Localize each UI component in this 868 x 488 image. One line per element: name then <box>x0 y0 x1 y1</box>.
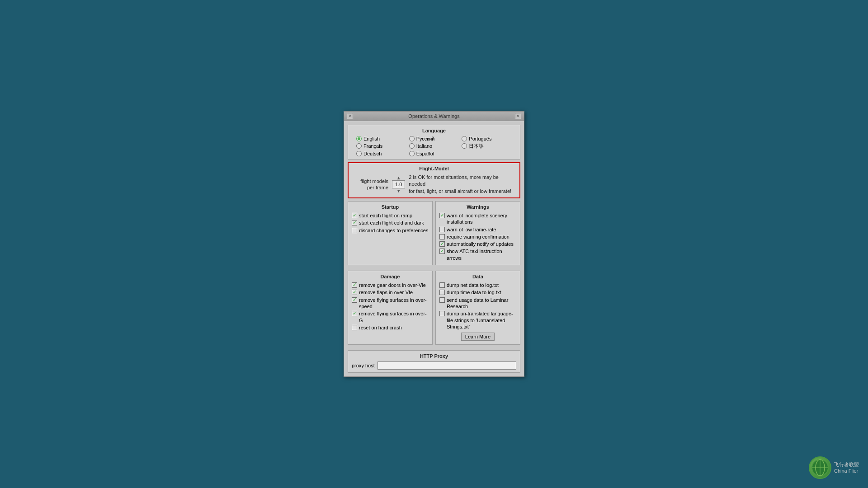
damage-title: Damage <box>352 274 429 279</box>
damage-label-reset-crash: reset on hard crash <box>359 324 402 331</box>
radio-francais[interactable] <box>356 143 362 149</box>
language-grid: English Русский Português Français <box>352 136 516 156</box>
checkbox-framerate[interactable] <box>439 227 445 232</box>
damage-label-gear: remove gear doors in over-Vle <box>359 282 426 288</box>
warning-item-confirm[interactable]: require warning confirmation <box>439 234 516 240</box>
watermark-logo <box>809 456 831 479</box>
startup-title: Startup <box>352 204 429 210</box>
warning-item-framerate[interactable]: warn of low frame-rate <box>439 226 516 233</box>
proxy-label: proxy host <box>352 363 375 368</box>
checkbox-notify[interactable] <box>439 241 445 247</box>
warning-item-notify[interactable]: automatically notify of updates <box>439 241 516 247</box>
titlebar: × Operations & Warnings × <box>344 112 524 121</box>
warnings-section: Warnings warn of incomplete scenery inst… <box>435 201 520 265</box>
damage-item-flying-overg[interactable]: remove flying surfaces in over-G <box>352 310 429 324</box>
operations-warnings-dialog: × Operations & Warnings × Language Engli… <box>344 111 524 377</box>
checkbox-discard[interactable] <box>352 228 357 233</box>
proxy-row: proxy host <box>352 361 516 370</box>
warning-item-atc[interactable]: show ATC taxi instruction arrows <box>439 248 516 261</box>
language-label-japanese: 日本語 <box>469 143 484 150</box>
startup-section: Startup start each flight on ramp start … <box>348 201 433 265</box>
spinner-value[interactable]: 1.0 <box>392 180 405 188</box>
language-section: Language English Русский Português <box>348 125 520 160</box>
language-title: Language <box>352 128 516 133</box>
checkbox-cold-dark[interactable] <box>352 220 357 225</box>
data-label-dump-time: dump time data to log.txt <box>447 289 501 296</box>
data-label-send-usage: send usage data to Laminar Research <box>447 297 516 310</box>
language-option-russian[interactable]: Русский <box>409 136 459 141</box>
radio-english[interactable] <box>356 136 362 141</box>
language-label-russian: Русский <box>416 136 435 141</box>
checkbox-ramp[interactable] <box>352 213 357 218</box>
damage-item-flaps[interactable]: remove flaps in over-Vfe <box>352 289 429 296</box>
startup-warnings-row: Startup start each flight on ramp start … <box>348 201 520 268</box>
proxy-input[interactable] <box>377 361 516 370</box>
warning-label-confirm: require warning confirmation <box>447 234 509 240</box>
flight-model-description: 2 is OK for most situations, more may be… <box>409 174 516 195</box>
warning-label-notify: automatically notify of updates <box>447 241 514 247</box>
data-item-dump-untranslated[interactable]: dump un-translated language-file strings… <box>439 310 516 330</box>
startup-label-ramp: start each flight on ramp <box>359 212 412 219</box>
checkbox-gear[interactable] <box>352 282 357 288</box>
checkbox-flaps[interactable] <box>352 290 357 295</box>
warning-label-scenery: warn of incomplete scenery installations <box>447 212 516 225</box>
checkbox-dump-time[interactable] <box>439 290 445 295</box>
language-option-deutsch[interactable]: Deutsch <box>356 151 406 156</box>
checkbox-flying-overg[interactable] <box>352 311 357 316</box>
language-label-portuguese: Português <box>469 136 491 141</box>
startup-item-cold-dark[interactable]: start each flight cold and dark <box>352 220 429 226</box>
radio-japanese[interactable] <box>462 143 467 149</box>
dialog-title: Operations & Warnings <box>353 113 515 119</box>
data-title: Data <box>439 274 516 279</box>
learn-more-button[interactable]: Learn More <box>461 333 495 341</box>
warning-label-atc: show ATC taxi instruction arrows <box>447 248 516 261</box>
radio-italiano[interactable] <box>409 143 415 149</box>
checkbox-flying-overspeed[interactable] <box>352 297 357 303</box>
dialog-body: Language English Русский Português <box>344 121 524 376</box>
checkbox-scenery[interactable] <box>439 213 445 218</box>
damage-item-gear[interactable]: remove gear doors in over-Vle <box>352 282 429 288</box>
radio-portuguese[interactable] <box>462 136 467 141</box>
checkbox-atc[interactable] <box>439 249 445 254</box>
checkbox-send-usage[interactable] <box>439 297 445 303</box>
language-option-francais[interactable]: Français <box>356 143 406 150</box>
flight-model-spinner[interactable]: ▲ 1.0 ▼ <box>392 175 405 193</box>
damage-label-flying-overspeed: remove flying surfaces in over-speed <box>359 297 429 310</box>
language-label-italiano: Italiano <box>416 143 432 149</box>
flight-model-label: flight models per frame <box>352 178 388 191</box>
startup-item-ramp[interactable]: start each flight on ramp <box>352 212 429 219</box>
damage-item-flying-overspeed[interactable]: remove flying surfaces in over-speed <box>352 297 429 310</box>
radio-russian[interactable] <box>409 136 415 141</box>
data-item-dump-net[interactable]: dump net data to log.txt <box>439 282 516 288</box>
language-option-english[interactable]: English <box>356 136 406 141</box>
warning-item-scenery[interactable]: warn of incomplete scenery installations <box>439 212 516 225</box>
data-label-dump-untranslated: dump un-translated language-file strings… <box>447 310 516 330</box>
radio-espanol[interactable] <box>409 151 415 156</box>
damage-item-reset-crash[interactable]: reset on hard crash <box>352 324 429 331</box>
flight-model-content: flight models per frame ▲ 1.0 ▼ 2 is OK … <box>352 174 516 195</box>
startup-item-discard[interactable]: discard changes to preferences <box>352 227 429 234</box>
checkbox-confirm[interactable] <box>439 234 445 239</box>
radio-deutsch[interactable] <box>356 151 362 156</box>
close-button-right[interactable]: × <box>515 113 521 119</box>
language-label-francais: Français <box>363 143 382 149</box>
damage-label-flaps: remove flaps in over-Vfe <box>359 289 413 296</box>
close-button-left[interactable]: × <box>347 113 353 119</box>
http-proxy-title: HTTP Proxy <box>352 353 516 359</box>
language-option-espanol[interactable]: Español <box>409 151 459 156</box>
language-option-portuguese[interactable]: Português <box>462 136 512 141</box>
language-option-japanese[interactable]: 日本語 <box>462 143 512 150</box>
startup-label-discard: discard changes to preferences <box>359 227 428 234</box>
flight-model-title: Flight-Model <box>352 166 516 171</box>
language-label-deutsch: Deutsch <box>363 151 382 156</box>
language-option-italiano[interactable]: Italiano <box>409 143 459 150</box>
damage-label-flying-overg: remove flying surfaces in over-G <box>359 310 429 324</box>
data-item-dump-time[interactable]: dump time data to log.txt <box>439 289 516 296</box>
data-item-send-usage[interactable]: send usage data to Laminar Research <box>439 297 516 310</box>
damage-data-row: Damage remove gear doors in over-Vle rem… <box>348 271 520 347</box>
watermark-text: 飞行者联盟 China Flier <box>834 461 859 474</box>
checkbox-reset-crash[interactable] <box>352 325 357 330</box>
checkbox-dump-untranslated[interactable] <box>439 311 445 316</box>
watermark: 飞行者联盟 China Flier <box>809 456 859 479</box>
checkbox-dump-net[interactable] <box>439 282 445 288</box>
